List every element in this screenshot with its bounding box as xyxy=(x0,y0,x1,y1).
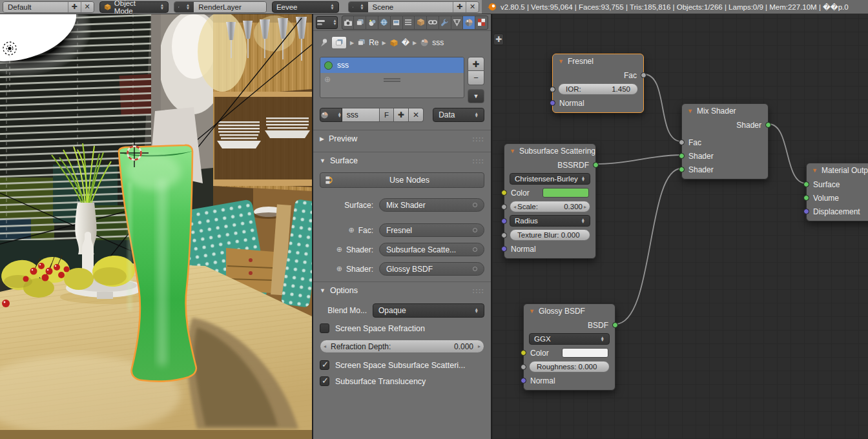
input-socket-displacement[interactable] xyxy=(803,209,809,214)
id-type-button[interactable] xyxy=(331,36,347,49)
list-resize-grip[interactable] xyxy=(384,78,400,82)
3d-viewport[interactable] xyxy=(0,14,313,439)
workspace-name[interactable]: Default xyxy=(3,2,68,12)
texture-blur-slider[interactable]: Texture Blur: 0.000 xyxy=(510,229,590,241)
output-socket-shader[interactable] xyxy=(765,122,771,128)
input-socket-volume[interactable] xyxy=(803,195,809,201)
panel-grip-icon[interactable]: :::: xyxy=(472,287,484,294)
material-slot-item[interactable]: sss xyxy=(320,57,464,73)
shader-node-editor[interactable]: ✚ ▼ Fresnel Fac IOR: 1.450 Normal ▼ Mix … xyxy=(492,14,868,439)
refraction-depth-slider[interactable]: ◂ Refraction Depth: 0.000 ▸ xyxy=(320,340,484,353)
collapse-icon[interactable]: ▼ xyxy=(558,58,564,65)
new-material-button[interactable]: ✚ xyxy=(394,108,409,122)
panel-surface[interactable]: ▼ Surface :::: xyxy=(313,152,491,168)
shader1-input-button[interactable]: Subsurface Scatte... xyxy=(379,243,484,256)
node-subsurface-scattering[interactable]: ▼ Subsurface Scattering BSSRDF Christens… xyxy=(504,143,596,259)
panel-preview[interactable]: ▶ Preview :::: xyxy=(313,130,491,147)
tab-view-layer[interactable] xyxy=(391,15,403,30)
collapse-icon[interactable]: ▼ xyxy=(812,167,818,174)
input-socket-radius[interactable] xyxy=(501,218,507,224)
input-socket-normal[interactable] xyxy=(521,378,526,383)
ior-slider[interactable]: IOR: 1.450 xyxy=(558,83,638,95)
expand-icon[interactable]: ⊕ xyxy=(336,265,342,273)
falloff-dropdown[interactable]: Christensen-Burley ▲▼ xyxy=(510,173,590,185)
tab-texture[interactable] xyxy=(475,15,488,30)
input-socket-shader2[interactable] xyxy=(679,167,685,172)
render-layer-selector[interactable]: ▲▼ RenderLayer xyxy=(174,1,267,13)
tab-world[interactable] xyxy=(378,15,391,30)
editor-type-selector[interactable]: ▲▼ xyxy=(316,16,338,29)
collapse-icon[interactable]: ▼ xyxy=(510,148,515,154)
expand-icon[interactable]: ⊕ xyxy=(336,245,342,254)
fac-input-button[interactable]: Fresnel xyxy=(379,223,484,237)
expand-icon[interactable]: ⊕ xyxy=(348,226,354,234)
panel-grip-icon[interactable]: :::: xyxy=(472,157,484,165)
render-layer-name[interactable]: RenderLayer xyxy=(194,2,266,12)
input-socket-normal[interactable] xyxy=(501,246,507,252)
input-socket-roughness[interactable] xyxy=(521,364,526,370)
node-glossy-bsdf[interactable]: ▼ Glossy BSDF BSDF GGX ▲▼ Color Roughnes… xyxy=(523,303,615,391)
shader2-input-button[interactable]: Glossy BSDF xyxy=(379,262,484,276)
input-socket-texture-blur[interactable] xyxy=(501,232,507,238)
unlink-material-button[interactable]: ✕ xyxy=(409,108,424,122)
collapse-icon[interactable]: ▼ xyxy=(687,108,693,114)
tab-material[interactable] xyxy=(463,15,475,30)
color-swatch[interactable] xyxy=(542,188,589,198)
collapse-icon[interactable]: ▼ xyxy=(529,308,535,314)
node-material-output[interactable]: ▼ Material Output Surface Volume Displac… xyxy=(806,163,868,221)
roughness-slider[interactable]: Roughness: 0.000 xyxy=(529,361,610,373)
tab-scene[interactable] xyxy=(366,15,378,30)
pin-icon[interactable] xyxy=(320,38,328,47)
output-socket-fac[interactable] xyxy=(641,72,646,78)
add-slot-button[interactable]: ✚ xyxy=(468,57,484,71)
input-socket-shader1[interactable] xyxy=(679,153,685,159)
layers-icon-button[interactable]: ▲▼ xyxy=(174,1,194,13)
filter-icon[interactable]: ⊕ xyxy=(324,75,331,84)
breadcrumb-scene-label[interactable]: Re xyxy=(369,38,378,47)
input-socket-surface[interactable] xyxy=(803,181,809,187)
node-mix-shader[interactable]: ▼ Mix Shader Shader Fac Shader Shader xyxy=(681,103,769,179)
input-socket-color[interactable] xyxy=(521,350,526,356)
radius-dropdown[interactable]: Radius ▲▼ xyxy=(510,215,590,227)
slot-specials-menu[interactable]: ▼ xyxy=(468,89,484,103)
use-nodes-button[interactable]: Use Nodes xyxy=(320,172,484,188)
output-socket-bssrdf[interactable] xyxy=(593,162,599,168)
tab-object-data[interactable] xyxy=(415,15,427,30)
tab-render-layers[interactable] xyxy=(354,15,366,30)
tab-modifiers[interactable] xyxy=(439,15,451,30)
fake-user-button[interactable]: F xyxy=(380,108,393,122)
checkbox[interactable] xyxy=(320,376,329,386)
breadcrumb-material-label[interactable]: sss xyxy=(432,38,444,47)
slider-right-arrow-icon[interactable]: ▸ xyxy=(478,343,480,349)
checkbox[interactable] xyxy=(320,360,329,370)
delete-scene-button[interactable]: ✕ xyxy=(466,2,479,12)
scene-selector[interactable]: ▲▼ Scene ✚ ✕ xyxy=(348,1,479,13)
display-mode-dropdown[interactable]: Data ▲▼ xyxy=(433,108,484,122)
blend-mode-dropdown[interactable]: Opaque ▲▼ xyxy=(373,303,484,318)
input-socket-scale[interactable] xyxy=(501,204,507,210)
browse-material-button[interactable]: ▲▼ xyxy=(320,108,342,122)
panel-options[interactable]: ▼ Options :::: xyxy=(313,281,491,298)
breadcrumb-object-label[interactable]: � xyxy=(402,38,409,47)
workspace-selector[interactable]: Default ✚ ✕ xyxy=(3,1,94,13)
checkbox[interactable] xyxy=(320,323,329,333)
color-swatch[interactable] xyxy=(562,348,608,358)
delete-workspace-button[interactable]: ✕ xyxy=(81,2,94,12)
engine-dropdown[interactable]: Eevee ▲▼ xyxy=(272,1,339,13)
slider-right-arrow-icon[interactable]: ▸ xyxy=(584,204,586,210)
scene-icon-button[interactable]: ▲▼ xyxy=(349,1,368,13)
input-socket-normal[interactable] xyxy=(550,100,555,106)
remove-slot-button[interactable]: − xyxy=(468,71,484,85)
mode-dropdown[interactable]: Object Mode ▲▼ xyxy=(99,1,169,13)
tab-render[interactable] xyxy=(342,15,355,30)
material-slot-list[interactable]: sss ⊕ xyxy=(320,57,464,98)
surface-shader-button[interactable]: Mix Shader xyxy=(379,198,484,212)
node-fresnel[interactable]: ▼ Fresnel Fac IOR: 1.450 Normal xyxy=(552,54,644,113)
distribution-dropdown[interactable]: GGX ▲▼ xyxy=(529,333,610,345)
scene-name[interactable]: Scene xyxy=(368,2,453,12)
tab-constraints[interactable] xyxy=(427,15,439,30)
panel-grip-icon[interactable]: :::: xyxy=(472,135,484,143)
toolbar-expand-tab[interactable]: ✚ xyxy=(493,34,504,45)
add-workspace-button[interactable]: ✚ xyxy=(68,2,81,12)
input-socket-fac[interactable] xyxy=(679,139,685,145)
